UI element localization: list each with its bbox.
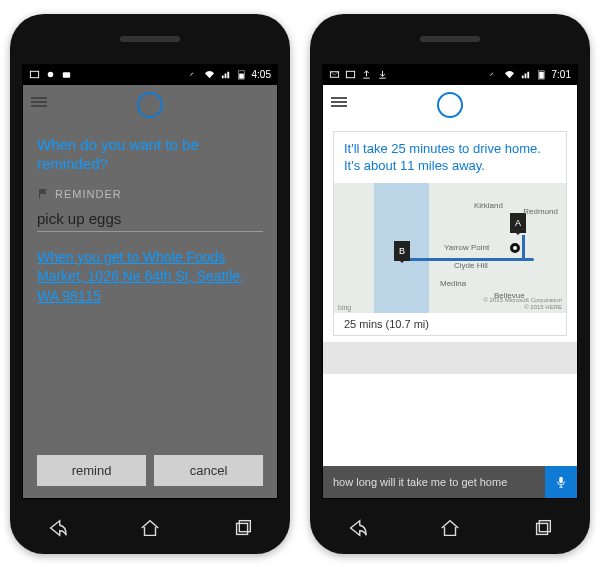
- signal-icon: [520, 69, 531, 80]
- recents-button[interactable]: [532, 517, 554, 539]
- svg-rect-5: [237, 523, 248, 534]
- map-city-label: Clyde Hill: [454, 261, 488, 270]
- battery-icon: [536, 69, 547, 80]
- status-time: 4:05: [252, 69, 271, 80]
- screen-directions: 7:01 It'll take 25 minutes to drive home…: [322, 64, 578, 499]
- recents-button[interactable]: [232, 517, 254, 539]
- query-input-row: [323, 466, 577, 498]
- map-marker-a[interactable]: A: [510, 213, 526, 233]
- map-city-label: Yarrow Point: [444, 243, 489, 252]
- reminder-section-label: REMINDER: [37, 188, 263, 200]
- upload-icon: [361, 69, 372, 80]
- flag-icon: [37, 188, 49, 200]
- wifi-icon: [504, 69, 515, 80]
- status-bar: 4:05: [23, 65, 277, 85]
- svg-rect-4: [239, 74, 244, 79]
- map-city-label: Redmond: [523, 207, 558, 216]
- cortana-logo-icon[interactable]: [437, 92, 463, 118]
- svg-rect-6: [240, 520, 251, 531]
- cancel-button[interactable]: cancel: [154, 455, 263, 486]
- phone-left: 4:05 When do you want to be reminded? RE…: [10, 14, 290, 554]
- svg-rect-13: [540, 520, 551, 531]
- map-destination-icon: [510, 243, 520, 253]
- android-nav-bar: [10, 517, 290, 539]
- hamburger-menu-button[interactable]: [31, 95, 47, 109]
- svg-rect-0: [30, 71, 38, 77]
- button-row: remind cancel: [23, 445, 277, 498]
- svg-rect-11: [559, 476, 563, 482]
- route-line: [522, 235, 525, 261]
- microphone-icon: [554, 475, 568, 489]
- microphone-button[interactable]: [545, 466, 577, 498]
- spacer: [323, 342, 577, 374]
- notification-icon: [45, 69, 56, 80]
- screen-reminder: 4:05 When do you want to be reminded? RE…: [22, 64, 278, 499]
- svg-rect-12: [537, 523, 548, 534]
- reminder-prompt: When do you want to be reminded?: [37, 135, 263, 174]
- back-button[interactable]: [346, 517, 368, 539]
- travel-summary-text: 25 mins (10.7 mi): [334, 313, 566, 335]
- silent-icon: [188, 69, 199, 80]
- status-bar: 7:01: [323, 65, 577, 85]
- map-city-label: Kirkland: [474, 201, 503, 210]
- reminder-text-input[interactable]: [37, 206, 263, 232]
- silent-icon: [488, 69, 499, 80]
- camera-icon: [61, 69, 72, 80]
- back-button[interactable]: [46, 517, 68, 539]
- android-nav-bar: [310, 517, 590, 539]
- travel-card: It'll take 25 minutes to drive home. It'…: [333, 131, 567, 336]
- battery-icon: [236, 69, 247, 80]
- cortana-logo-icon[interactable]: [137, 92, 163, 118]
- home-button[interactable]: [139, 517, 161, 539]
- app-bar: [323, 85, 577, 125]
- status-time: 7:01: [552, 69, 571, 80]
- map-city-label: Medina: [440, 279, 466, 288]
- reminder-location-link[interactable]: When you get to Whole Foods Market, 1026…: [37, 248, 263, 307]
- image-icon: [345, 69, 356, 80]
- map-attribution: © 2015 Microsoft Corporation © 2015 HERE: [484, 297, 562, 310]
- svg-rect-10: [539, 72, 544, 79]
- app-bar: [23, 85, 277, 125]
- hamburger-menu-button[interactable]: [331, 95, 347, 109]
- signal-icon: [220, 69, 231, 80]
- wifi-icon: [204, 69, 215, 80]
- svg-rect-2: [63, 72, 70, 78]
- map-marker-b[interactable]: B: [394, 241, 410, 261]
- download-icon: [377, 69, 388, 80]
- reminder-content: When do you want to be reminded? REMINDE…: [23, 125, 277, 445]
- phone-speaker: [420, 36, 480, 42]
- home-button[interactable]: [439, 517, 461, 539]
- voice-query-input[interactable]: [323, 466, 545, 498]
- mail-icon: [329, 69, 340, 80]
- bing-attribution: bing: [338, 304, 351, 311]
- image-icon: [29, 69, 40, 80]
- svg-rect-8: [346, 71, 354, 77]
- remind-button[interactable]: remind: [37, 455, 146, 486]
- travel-card-text: It'll take 25 minutes to drive home. It'…: [334, 132, 566, 183]
- phone-right: 7:01 It'll take 25 minutes to drive home…: [310, 14, 590, 554]
- phone-speaker: [120, 36, 180, 42]
- svg-point-1: [48, 72, 54, 78]
- route-map[interactable]: A B Kirkland Redmond Yarrow Point Clyde …: [334, 183, 566, 313]
